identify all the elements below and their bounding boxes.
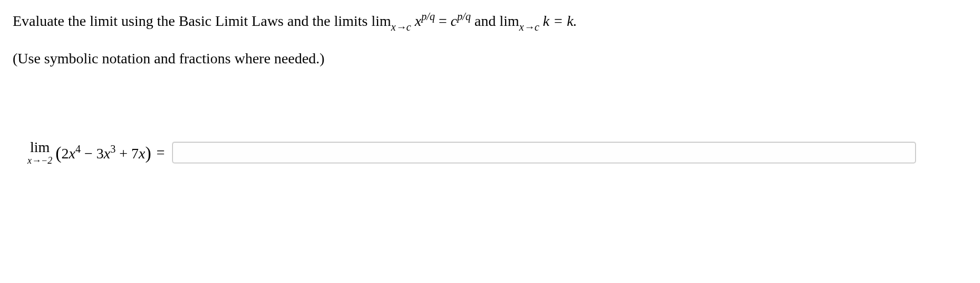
law2-sub: x→c: [519, 21, 539, 33]
prompt-line-2: (Use symbolic notation and fractions whe…: [13, 48, 967, 69]
t3-var: x: [139, 145, 145, 162]
prompt-mid: and: [471, 13, 499, 29]
law1-lhs-exp: p/q: [421, 11, 435, 22]
t2-var: x: [104, 145, 110, 162]
t2-exp: 3: [110, 143, 115, 155]
law2-rhs: k = k.: [539, 13, 577, 29]
t3-coef: 7: [131, 145, 139, 162]
lim-label: lim: [27, 140, 52, 155]
prompt-line-1: Evaluate the limit using the Basic Limit…: [13, 10, 967, 33]
t2-coef: 3: [96, 145, 104, 162]
limit-notation: lim x→−2: [27, 140, 52, 165]
lim-subscript: x→−2: [27, 156, 52, 165]
equals-sign: =: [157, 144, 165, 161]
question-row: lim x→−2 (2x4 − 3x3 + 7x) =: [27, 140, 967, 165]
op-plus: +: [115, 145, 131, 162]
limit-expression: (2x4 − 3x3 + 7x): [55, 143, 151, 163]
law1-lhs-var: x: [415, 13, 421, 29]
question-page: Evaluate the limit using the Basic Limit…: [0, 0, 980, 178]
law1-eq: =: [435, 13, 451, 29]
answer-input[interactable]: [172, 142, 916, 163]
law2-lim: lim: [499, 13, 519, 29]
law1-lim: lim: [371, 13, 391, 29]
close-paren: ): [145, 143, 151, 163]
law1: limx→c xp/q = cp/q: [371, 13, 471, 29]
law2: limx→c k = k.: [499, 13, 577, 29]
t1-var: x: [69, 145, 75, 162]
law1-rhs-exp: p/q: [457, 11, 471, 22]
law1-rhs-var: c: [451, 13, 457, 29]
prompt-prefix: Evaluate the limit using the Basic Limit…: [13, 13, 371, 29]
t1-coef: 2: [61, 145, 69, 162]
t1-exp: 4: [75, 143, 81, 155]
open-paren: (: [55, 143, 61, 163]
law1-sub: x→c: [391, 21, 411, 33]
op-minus: −: [81, 145, 96, 162]
